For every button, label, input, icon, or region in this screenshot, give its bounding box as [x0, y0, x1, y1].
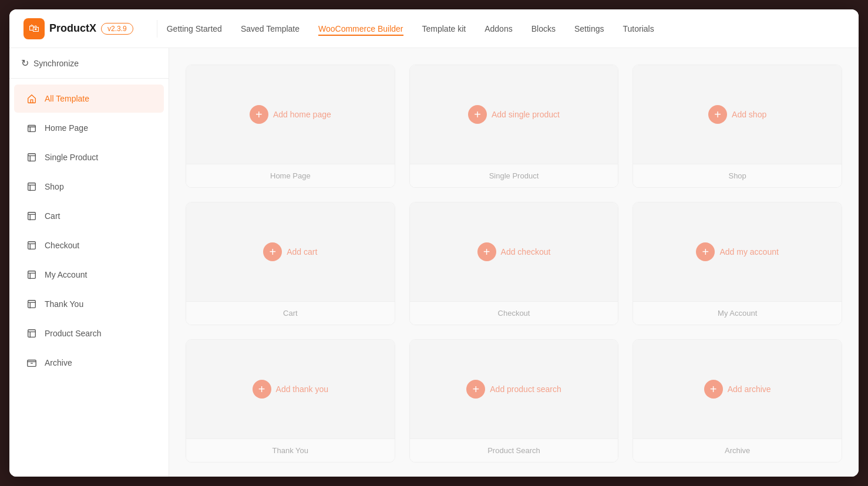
template-card-thank-you: +Add thank youThank You: [186, 339, 395, 463]
svg-rect-2: [28, 183, 36, 191]
template-card-label-my-account: My Account: [633, 301, 842, 325]
sidebar-item-label-home-page: Home Page: [45, 123, 88, 133]
template-card-inner-cart[interactable]: +Add cart: [186, 203, 395, 301]
nav-divider: [157, 20, 157, 38]
template-card-shop: +Add shopShop: [633, 65, 842, 188]
template-card-inner-thank-you[interactable]: +Add thank you: [186, 340, 395, 438]
add-button-single-product[interactable]: +Add single product: [468, 105, 560, 124]
top-nav: 🛍 ProductX v2.3.9 Getting StartedSaved T…: [9, 9, 859, 48]
template-card-inner-single-product[interactable]: +Add single product: [410, 65, 618, 164]
add-circle-icon-checkout: +: [477, 242, 496, 261]
content-area: ↻ Synchronize All TemplateHome PageSingl…: [9, 48, 859, 477]
add-label-cart: Add cart: [287, 247, 317, 256]
sync-icon: ↻: [21, 58, 29, 69]
template-card-label-checkout: Checkout: [410, 301, 618, 325]
brand-logo: 🛍: [23, 18, 45, 39]
my-account-icon: [26, 269, 38, 281]
sidebar-item-label-my-account: My Account: [45, 270, 87, 279]
add-circle-icon-shop: +: [708, 105, 727, 124]
add-label-archive: Add archive: [728, 384, 771, 394]
template-card-inner-my-account[interactable]: +Add my account: [633, 203, 842, 301]
template-card-checkout: +Add checkoutCheckout: [409, 202, 619, 325]
svg-rect-3: [28, 212, 36, 220]
svg-rect-4: [28, 242, 36, 249]
brand-name: ProductX: [49, 22, 96, 35]
add-label-product-search: Add product search: [490, 384, 561, 394]
checkout-icon: [26, 239, 38, 251]
template-card-inner-home-page[interactable]: +Add home page: [186, 65, 395, 164]
nav-item-woocommerce-builder[interactable]: WooCommerce Builder: [318, 22, 403, 36]
sidebar-item-label-cart: Cart: [45, 211, 60, 221]
sidebar-item-shop[interactable]: Shop: [14, 173, 164, 201]
sidebar-item-cart[interactable]: Cart: [14, 202, 164, 230]
sidebar-item-label-thank-you: Thank You: [45, 299, 83, 309]
template-card-inner-shop[interactable]: +Add shop: [633, 65, 842, 164]
shop-icon: [26, 181, 38, 193]
add-button-product-search[interactable]: +Add product search: [466, 380, 561, 399]
sidebar-item-home-page[interactable]: Home Page: [14, 114, 164, 142]
add-button-cart[interactable]: +Add cart: [263, 242, 317, 261]
svg-rect-1: [28, 154, 36, 161]
template-card-label-archive: Archive: [633, 438, 842, 462]
single-product-icon: [26, 151, 38, 163]
sync-label: Synchronize: [33, 59, 79, 68]
add-circle-icon-thank-you: +: [253, 380, 271, 399]
sidebar-item-archive[interactable]: Archive: [14, 349, 164, 377]
sidebar-item-all-template[interactable]: All Template: [14, 85, 164, 113]
sidebar-item-my-account[interactable]: My Account: [14, 261, 164, 289]
add-circle-icon-product-search: +: [466, 380, 485, 399]
add-label-shop: Add shop: [732, 110, 766, 119]
add-button-my-account[interactable]: +Add my account: [696, 242, 778, 261]
nav-item-template-kit[interactable]: Template kit: [422, 22, 466, 36]
product-search-icon: [26, 328, 38, 339]
template-card-inner-checkout[interactable]: +Add checkout: [410, 203, 618, 301]
svg-rect-0: [28, 126, 36, 132]
add-button-archive[interactable]: +Add archive: [704, 380, 771, 399]
template-card-inner-archive[interactable]: +Add archive: [633, 340, 842, 438]
svg-rect-7: [28, 330, 36, 338]
home-page-icon: [26, 122, 38, 134]
nav-item-addons[interactable]: Addons: [485, 22, 512, 36]
sidebar-items: All TemplateHome PageSingle ProductShopC…: [9, 79, 169, 477]
svg-rect-6: [28, 301, 36, 308]
template-card-label-shop: Shop: [633, 164, 842, 187]
nav-item-saved-template[interactable]: Saved Template: [241, 22, 300, 36]
add-circle-icon-archive: +: [704, 380, 723, 399]
add-label-thank-you: Add thank you: [276, 384, 329, 394]
template-card-home-page: +Add home pageHome Page: [186, 65, 395, 188]
add-button-home-page[interactable]: +Add home page: [250, 105, 331, 124]
add-button-shop[interactable]: +Add shop: [708, 105, 766, 124]
version-badge: v2.3.9: [101, 23, 133, 35]
thank-you-icon: [26, 298, 38, 310]
cart-icon: [26, 210, 38, 222]
sidebar-item-checkout[interactable]: Checkout: [14, 231, 164, 259]
sidebar-item-label-checkout: Checkout: [45, 241, 79, 250]
add-circle-icon-cart: +: [263, 242, 282, 261]
sidebar-item-thank-you[interactable]: Thank You: [14, 290, 164, 318]
add-button-thank-you[interactable]: +Add thank you: [253, 380, 329, 399]
add-circle-icon-single-product: +: [468, 105, 487, 124]
sync-button[interactable]: ↻ Synchronize: [9, 48, 169, 79]
sidebar-item-label-archive: Archive: [45, 358, 72, 367]
template-card-label-single-product: Single Product: [410, 164, 618, 187]
sidebar-item-single-product[interactable]: Single Product: [14, 143, 164, 171]
add-label-home-page: Add home page: [273, 110, 331, 119]
nav-item-settings[interactable]: Settings: [574, 22, 604, 36]
add-label-single-product: Add single product: [492, 110, 560, 119]
nav-item-getting-started[interactable]: Getting Started: [167, 22, 222, 36]
add-circle-icon-home-page: +: [250, 105, 268, 124]
archive-icon: [26, 357, 38, 369]
add-button-checkout[interactable]: +Add checkout: [477, 242, 551, 261]
sidebar: ↻ Synchronize All TemplateHome PageSingl…: [9, 48, 169, 477]
app-window: 🛍 ProductX v2.3.9 Getting StartedSaved T…: [9, 9, 859, 477]
all-template-icon: [26, 93, 38, 104]
template-card-cart: +Add cartCart: [186, 202, 395, 325]
nav-item-blocks[interactable]: Blocks: [531, 22, 556, 36]
template-card-product-search: +Add product searchProduct Search: [409, 339, 619, 463]
template-card-inner-product-search[interactable]: +Add product search: [410, 340, 618, 438]
nav-item-tutorials[interactable]: Tutorials: [623, 22, 654, 36]
sidebar-item-label-all-template: All Template: [45, 94, 89, 103]
main-panel: +Add home pageHome Page+Add single produ…: [169, 48, 859, 477]
brand: 🛍 ProductX v2.3.9: [23, 18, 133, 39]
sidebar-item-product-search[interactable]: Product Search: [14, 319, 164, 347]
